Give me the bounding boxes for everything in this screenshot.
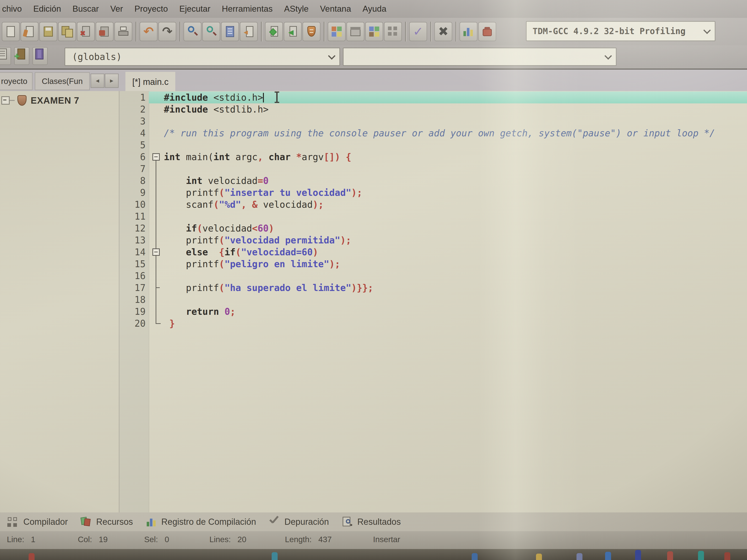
code-line-8[interactable]: 8 int velocidad=0 [120, 175, 747, 187]
menu-item-chivo[interactable]: chivo [0, 4, 27, 14]
abort-compilation-button[interactable]: ✖ [434, 22, 452, 41]
fold-collapse-icon[interactable] [152, 153, 160, 161]
status-col: Col: 19 [78, 535, 108, 544]
tab-main-c[interactable]: [*] main.c [125, 72, 175, 92]
menu-item-proyecto[interactable]: Proyecto [129, 4, 174, 14]
menu-item-buscar[interactable]: Buscar [67, 4, 105, 14]
code-line-9[interactable]: 9 printf("insertar tu velocidad"); [120, 187, 747, 198]
chevron-down-icon [328, 52, 336, 60]
new-file-button[interactable] [2, 22, 20, 41]
taskbar-app-icon[interactable] [698, 551, 704, 560]
fold-margin [149, 91, 164, 103]
find-in-files-button[interactable] [221, 22, 239, 41]
line-number: 17 [120, 282, 149, 294]
output-tab-depuraci-n[interactable]: Depuración [268, 515, 329, 528]
syntax-check-button[interactable]: ✓ [409, 22, 427, 41]
fold-margin [149, 210, 164, 222]
close-button[interactable] [77, 22, 95, 41]
taskbar-app-icon[interactable] [667, 551, 673, 560]
save-button[interactable] [40, 22, 57, 41]
insert-button[interactable] [365, 22, 383, 41]
menu-item-edicin[interactable]: Edición [27, 4, 67, 14]
taskbar-app-icon[interactable] [635, 550, 641, 560]
output-tab-recursos[interactable]: Recursos [80, 515, 133, 528]
save-all-button[interactable] [58, 22, 76, 41]
new-source-button[interactable] [0, 47, 11, 65]
debug-button[interactable] [303, 22, 320, 41]
print-button[interactable] [114, 22, 132, 41]
menu-item-ejecutar[interactable]: Ejecutar [174, 4, 216, 14]
tab-clases[interactable]: Clases(Fun [35, 72, 90, 90]
taskbar-app-icon[interactable] [29, 553, 34, 560]
line-number: 15 [120, 258, 149, 270]
code-text: printf("insertar tu velocidad"); [164, 187, 747, 198]
taskbar-app-icon[interactable] [724, 552, 730, 560]
open-button[interactable] [21, 22, 38, 41]
compile-button[interactable] [265, 22, 283, 41]
tab-scroll-left-button[interactable]: ◄ [91, 74, 104, 88]
tab-proyecto[interactable]: royecto [0, 72, 32, 90]
taskbar-app-icon[interactable] [605, 552, 611, 560]
toggle-bookmarks-button[interactable] [384, 22, 402, 41]
code-line-5[interactable]: 5 [120, 139, 747, 151]
code-line-4[interactable]: 4/* run this program using the console p… [120, 127, 747, 139]
menu-item-ventana[interactable]: Ventana [314, 4, 357, 14]
taskbar-app-icon[interactable] [576, 553, 583, 560]
code-line-17[interactable]: 17 printf("ha superado el limite")}}; [120, 282, 747, 294]
windows-taskbar[interactable] [0, 549, 747, 560]
project-tree-item[interactable]: EXAMEN 7 [1, 95, 119, 106]
code-line-6[interactable]: 6int main(int argc, char *argv[]) { [120, 151, 747, 163]
add-to-project-button[interactable] [14, 47, 29, 65]
menu-item-astyle[interactable]: AStyle [278, 4, 314, 14]
goto-line-button[interactable] [240, 22, 258, 41]
code-line-2[interactable]: 2#include <stdlib.h> [120, 103, 747, 115]
fold-collapse-icon[interactable] [152, 248, 160, 256]
taskbar-app-icon[interactable] [272, 552, 278, 560]
collapse-icon[interactable] [1, 96, 9, 105]
code-line-12[interactable]: 12 if(velocidad<60) [120, 222, 747, 234]
code-line-15[interactable]: 15 printf("peligro en limite"); [120, 258, 747, 270]
menu-item-ver[interactable]: Ver [105, 4, 129, 14]
redo-button[interactable]: ↷ [158, 22, 176, 41]
taskbar-app-icon[interactable] [472, 553, 478, 560]
profile-analysis-button[interactable] [460, 22, 478, 41]
project-name: EXAMEN 7 [31, 96, 79, 106]
members-dropdown[interactable] [343, 48, 617, 66]
code-line-13[interactable]: 13 printf("velocidad permitida"); [120, 234, 747, 246]
code-line-16[interactable]: 16 [120, 270, 747, 282]
code-line-1[interactable]: 1#include <stdio.h> [120, 91, 747, 103]
delete-profiling-button[interactable] [478, 22, 496, 41]
output-tab-registro-de-compilaci-n[interactable]: Registro de Compilación [145, 515, 256, 528]
tab-scroll-right-button[interactable]: ► [105, 74, 119, 88]
run-button[interactable] [284, 22, 302, 41]
fold-margin[interactable] [149, 151, 164, 163]
code-text [164, 270, 747, 282]
replace-button[interactable] [202, 22, 220, 41]
code-line-19[interactable]: 19 return 0; [120, 305, 747, 318]
fold-margin[interactable] [149, 246, 164, 258]
code-editor[interactable]: 1#include <stdio.h>2#include <stdlib.h>3… [120, 91, 747, 512]
code-line-3[interactable]: 3 [120, 115, 747, 127]
code-line-11[interactable]: 11 [120, 210, 747, 222]
new-window-button[interactable] [346, 22, 364, 41]
code-line-20[interactable]: 20 } [120, 318, 747, 329]
globals-dropdown[interactable]: (globals) [65, 48, 340, 66]
output-tab-compilador[interactable]: Compilador [7, 515, 68, 528]
project-options-button[interactable] [328, 22, 345, 41]
undo-button[interactable]: ↶ [139, 22, 157, 41]
fold-margin [149, 115, 164, 127]
compiler-profile-dropdown[interactable]: TDM-GCC 4.9.2 32-bit Profiling [526, 21, 715, 41]
code-line-14[interactable]: 14 else {if("velocidad=60) [120, 246, 747, 258]
menu-item-herramientas[interactable]: Herramientas [216, 4, 278, 14]
code-text: printf("velocidad permitida"); [164, 234, 747, 246]
code-line-10[interactable]: 10 scanf("%d", & velocidad); [120, 198, 747, 210]
taskbar-app-icon[interactable] [536, 554, 542, 560]
output-tab-resultados[interactable]: Resultados [341, 515, 401, 528]
code-line-18[interactable]: 18 [120, 294, 747, 305]
code-line-7[interactable]: 7 [120, 163, 747, 175]
tree-connector [9, 100, 15, 101]
menu-item-ayuda[interactable]: Ayuda [357, 4, 392, 14]
find-button[interactable] [184, 22, 201, 41]
close-all-button[interactable] [96, 22, 113, 41]
remove-from-project-button[interactable] [32, 47, 48, 65]
